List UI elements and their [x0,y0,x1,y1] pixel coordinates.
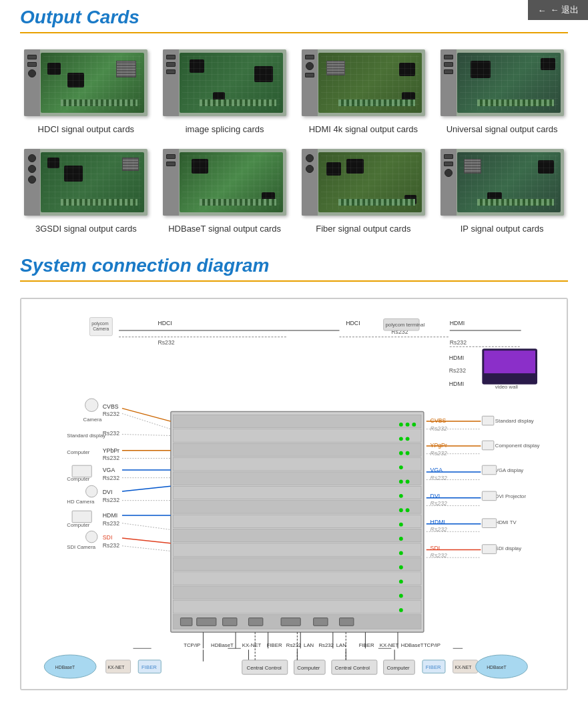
svg-text:Computer: Computer [297,665,320,671]
card-hdci-image [24,49,148,116]
chip10 [47,158,59,168]
svg-text:Rs232: Rs232 [430,552,447,559]
heatsink-2 [326,61,345,75]
svg-text:Computer: Computer [67,521,90,527]
system-title: System connection diagram [20,255,568,276]
svg-rect-21 [281,618,300,626]
svg-point-67 [85,399,98,411]
chip5 [213,92,225,103]
svg-point-33 [406,479,410,483]
chip3 [190,59,204,73]
svg-text:HDMI: HDMI [450,320,465,326]
svg-text:Rs232: Rs232 [103,519,119,526]
svg-rect-15 [174,600,421,613]
svg-text:Rs232: Rs232 [103,455,119,461]
svg-rect-6 [174,472,421,485]
svg-text:Rs232: Rs232 [430,474,447,481]
svg-text:polycom: polycom [91,321,109,326]
svg-rect-124 [482,519,496,528]
board-main-7 [318,152,422,212]
port8 [306,62,314,70]
svg-rect-116 [482,465,496,475]
svg-point-37 [399,522,403,526]
card-hdci-label: HDCI signal output cards [38,124,135,136]
svg-text:Camera: Camera [93,326,109,331]
chip18 [487,192,502,204]
svg-point-40 [399,565,403,569]
back-button-label: ← 退出 [550,4,579,16]
card-ip-image [440,149,564,216]
svg-rect-12 [174,557,421,570]
back-button[interactable]: ← ← 退出 [528,0,588,20]
svg-text:TCP/IP: TCP/IP [184,642,200,648]
card-hdmi4k-label: HDMI 4k signal output cards [309,124,418,136]
card-3gsdi-image [24,149,148,216]
card-universal: Universal signal output cards [436,49,568,136]
port-row-6 [163,149,179,172]
system-diagram-svg: HDCI HDCI Rs232 Rs232 polycom Camera pol… [28,306,560,680]
svg-rect-128 [482,545,496,554]
svg-rect-84 [72,511,91,522]
svg-point-39 [399,551,403,555]
svg-point-31 [399,465,403,469]
bracket-left-5 [24,149,40,216]
svg-rect-20 [248,618,262,626]
card-hdmi4k: HDMI 4k signal output cards [298,49,430,136]
port20 [444,154,453,159]
svg-text:Component display: Component display [495,443,540,449]
svg-text:DVI: DVI [103,489,113,495]
svg-point-29 [399,451,403,455]
svg-text:CVBS: CVBS [430,417,447,424]
card-splicing: image splicing cards [159,49,291,136]
system-divider [20,280,568,282]
svg-text:KX-NET: KX-NET [380,642,399,648]
svg-text:HDMI: HDMI [449,380,464,387]
svg-text:YPbPr: YPbPr [103,447,119,454]
svg-point-24 [399,423,403,427]
board-main [41,53,144,113]
svg-text:VGA display: VGA display [495,467,523,473]
component-strip-5 [61,199,137,206]
svg-text:FIBER: FIBER [426,664,441,670]
svg-point-32 [399,479,403,483]
svg-point-25 [406,423,410,427]
svg-rect-7 [174,486,421,499]
port19 [306,165,314,173]
svg-text:FIBER: FIBER [141,664,157,670]
port9 [305,73,314,77]
heatsink-4 [464,159,481,174]
svg-text:Central Control: Central Control [247,665,282,671]
port21 [444,162,453,166]
component-strip-2 [200,99,276,106]
svg-rect-3 [174,429,421,442]
svg-text:Rs232: Rs232 [103,430,119,437]
svg-text:Rs232: Rs232 [449,367,466,374]
port22 [445,169,453,177]
svg-text:LAN: LAN [304,642,314,648]
port13 [28,154,36,162]
svg-text:Standard display: Standard display [67,433,105,439]
svg-text:video wall: video wall [495,384,518,390]
svg-rect-2 [174,415,421,427]
board-main-8 [457,152,561,212]
component-strip-8 [477,199,554,206]
svg-point-28 [406,437,410,441]
port2 [27,62,37,67]
chip13 [262,192,275,204]
port6 [166,69,176,74]
page-container: ← ← 退出 Output Cards [0,0,588,710]
svg-rect-76 [72,465,91,477]
svg-text:HDCI: HDCI [346,320,360,326]
port14 [28,165,36,173]
port18 [306,154,314,162]
svg-text:Standard display: Standard display [495,418,534,424]
svg-text:SDI: SDI [103,534,113,541]
port17 [166,162,176,166]
svg-text:FIBER: FIBER [359,642,374,648]
svg-rect-10 [174,529,421,541]
chip14 [326,162,341,176]
cards-grid: HDCI signal output cards [20,49,568,235]
svg-text:HDCI: HDCI [158,320,172,326]
svg-text:Rs232: Rs232 [430,425,447,431]
chip7 [402,92,415,103]
